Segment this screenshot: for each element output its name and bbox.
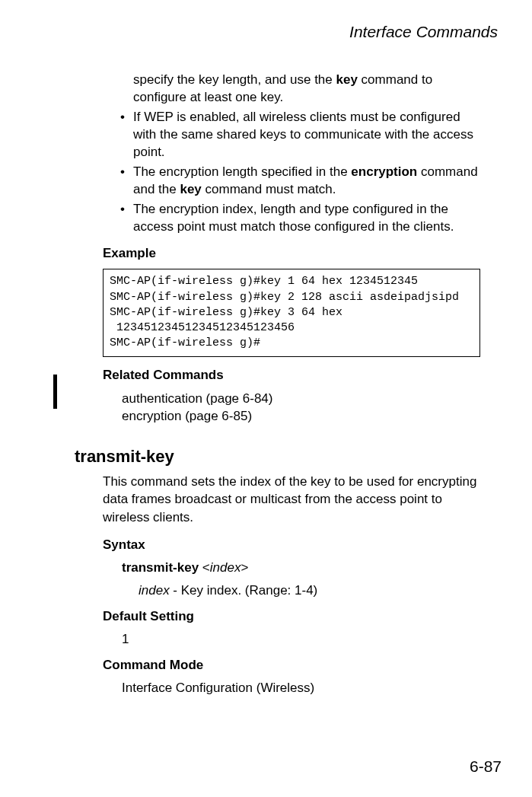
syntax-line: transmit-key <index> (122, 560, 502, 575)
example-heading: Example (103, 246, 502, 261)
example-code-block: SMC-AP(if-wireless g)#key 1 64 hex 12345… (103, 269, 480, 356)
b2-key-word: key (180, 182, 201, 196)
command-description: This command sets the index of the key t… (103, 473, 483, 527)
bullet-list: If WEP is enabled, all wireless clients … (120, 109, 483, 236)
page-header-title: Interface Commands (38, 23, 498, 41)
syntax-arg-open: < (199, 560, 210, 575)
syntax-argument: index (210, 560, 241, 575)
command-mode-value: Interface Configuration (Wireless) (122, 681, 502, 696)
bullet-item-3: The encryption index, length and type co… (120, 201, 483, 236)
b2-encryption-word: encryption (351, 164, 417, 179)
syntax-command: transmit-key (122, 560, 199, 575)
page-number: 6-87 (470, 757, 502, 776)
related-line-1: authentication (page 6-84) (122, 391, 502, 408)
default-setting-value: 1 (122, 632, 502, 647)
related-line-2: encryption (page 6-85) (122, 408, 502, 426)
param-description: - Key index. (Range: 1-4) (170, 583, 318, 598)
syntax-arg-close: > (241, 560, 248, 575)
param-name: index (139, 583, 170, 598)
default-setting-heading: Default Setting (103, 609, 502, 624)
command-mode-heading: Command Mode (103, 658, 502, 673)
intro-text-a: specify the key length, and use the (133, 72, 336, 87)
bullet-item-2: The encryption length specified in the e… (120, 164, 483, 199)
intro-key-word: key (336, 72, 358, 87)
command-title: transmit-key (75, 447, 502, 467)
change-bar-icon (53, 375, 57, 409)
param-line: index - Key index. (Range: 1-4) (139, 583, 502, 598)
intro-paragraph: specify the key length, and use the key … (133, 72, 483, 107)
syntax-heading: Syntax (103, 537, 502, 553)
b2-text-c: command must match. (202, 182, 336, 196)
bullet-item-1: If WEP is enabled, all wireless clients … (120, 109, 483, 161)
related-commands-content: authentication (page 6-84) encryption (p… (122, 391, 502, 426)
related-commands-heading: Related Commands (103, 368, 502, 383)
b2-text-a: The encryption length specified in the (133, 164, 351, 179)
